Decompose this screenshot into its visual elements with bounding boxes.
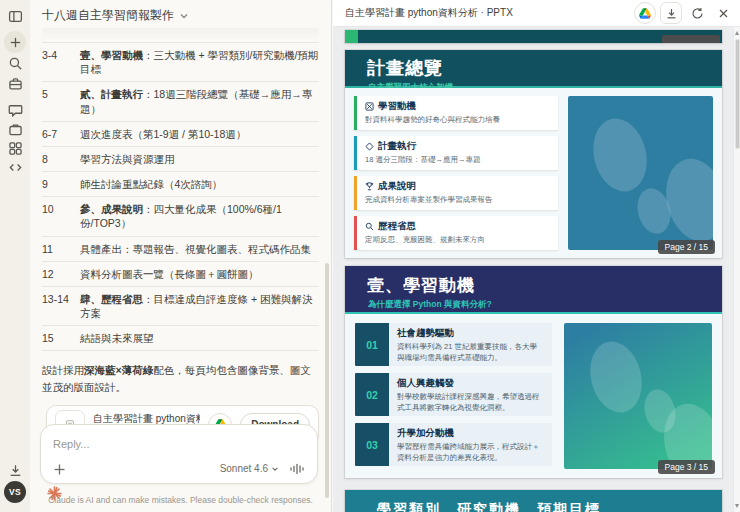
chat-pane: 十八週自主學習簡報製作 3-4壹、學習動機：三大動機 + 學習類別/研究動機/預… bbox=[30, 0, 332, 512]
outline-table: 3-4壹、學習動機：三大動機 + 學習類別/研究動機/預期目標 5貳、計畫執行：… bbox=[42, 42, 319, 351]
table-row: 3-4壹、學習動機：三大動機 + 學習類別/研究動機/預期目標 bbox=[42, 42, 319, 82]
table-row: 11具體產出：專題報告、視覺化圖表、程式碼作品集 bbox=[42, 237, 319, 262]
item-number: 02 bbox=[355, 373, 389, 416]
table-row: 13-14肆、歷程省思：目標達成自評進度條 + 困難與解決方案 bbox=[42, 287, 319, 326]
overview-item: 成果說明 完成資料分析專案並製作學習成果報告 bbox=[354, 176, 558, 210]
diamond-icon bbox=[365, 142, 374, 151]
model-name: Sonnet 4.6 bbox=[220, 463, 268, 474]
slide-title: 計畫總覽 bbox=[367, 56, 722, 80]
table-row: 9師生討論重點紀錄（4次諮詢） bbox=[42, 172, 319, 197]
artifacts-icon[interactable] bbox=[8, 122, 23, 137]
scrollbar-thumb[interactable] bbox=[735, 39, 740, 149]
slide-title: 壹、學習動機 bbox=[367, 274, 722, 297]
app-rail: VS bbox=[0, 0, 30, 512]
chevron-down-icon bbox=[179, 11, 189, 21]
slide-image bbox=[564, 323, 712, 469]
table-row: 10參、成果說明：四大量化成果（100%/6種/1份/TOP3） bbox=[42, 197, 319, 236]
chevron-down-icon bbox=[271, 465, 279, 473]
download-artifact-button[interactable] bbox=[660, 2, 682, 24]
trophy-icon bbox=[365, 182, 374, 191]
slide-preview-area[interactable]: 計畫總覽 自主學習四大核心架構 學習動機 對資料科學趨勢的好奇心與程式能力培養 … bbox=[333, 27, 733, 512]
overview-item: 計畫執行 18 週分三階段：基礎→應用→專題 bbox=[354, 136, 558, 170]
search-icon[interactable] bbox=[8, 56, 23, 71]
reply-composer[interactable]: Sonnet 4.6 bbox=[40, 424, 318, 484]
overview-item: 學習動機 對資料科學趨勢的好奇心與程式能力培養 bbox=[354, 96, 558, 130]
download-icon bbox=[665, 7, 678, 20]
slide-1-partial bbox=[345, 30, 722, 43]
motivation-icon bbox=[365, 102, 374, 111]
slide-title: 學習類別、研究動機、預期目標 bbox=[345, 490, 722, 512]
overview-item: 歷程省思 定期反思、克服困難、規劃未來方向 bbox=[354, 216, 558, 250]
table-row: 6-7週次進度表（第1-9週 / 第10-18週） bbox=[42, 122, 319, 147]
chats-icon[interactable] bbox=[8, 102, 23, 117]
reply-input[interactable] bbox=[53, 438, 305, 450]
model-selector[interactable]: Sonnet 4.6 bbox=[220, 463, 279, 474]
download-tray-icon[interactable] bbox=[8, 463, 23, 478]
ai-disclaimer: Claude is AI and can make mistakes. Plea… bbox=[30, 495, 331, 505]
scrolled-row-fade bbox=[42, 28, 319, 40]
conversation-title-bar[interactable]: 十八週自主學習簡報製作 bbox=[30, 0, 331, 28]
refresh-icon bbox=[691, 7, 704, 20]
page-badge-partial bbox=[662, 35, 720, 43]
table-row: 5貳、計畫執行：18週三階段總覽（基礎→應用→專題） bbox=[42, 82, 319, 121]
slide-overview-header: 計畫總覽 自主學習四大核心架構 bbox=[345, 50, 722, 88]
user-avatar[interactable]: VS bbox=[4, 481, 26, 503]
item-number: 03 bbox=[355, 423, 389, 466]
slide-image bbox=[568, 96, 713, 250]
sidebar-toggle-icon[interactable] bbox=[8, 9, 23, 24]
closing-paragraph: 設計採用深海藍×薄荷綠配色，每頁均包含圖像背景、圖文並茂的版面設計。 bbox=[42, 362, 319, 395]
slide-overview: 計畫總覽 自主學習四大核心架構 學習動機 對資料科學趨勢的好奇心與程式能力培養 … bbox=[345, 50, 722, 258]
motivation-item: 01 社會趨勢驅動資料科學列為 21 世紀最重要技能，各大學與職場均需具備程式基… bbox=[355, 323, 552, 366]
add-attachment-icon[interactable] bbox=[53, 462, 66, 475]
refresh-button[interactable] bbox=[686, 2, 708, 24]
scroll-down-arrow[interactable] bbox=[735, 504, 739, 508]
magnifier-icon bbox=[365, 222, 374, 231]
panel-scrollbar[interactable] bbox=[733, 27, 740, 512]
motivation-item: 02 個人興趣觸發對學校數學統計課程深感興趣，希望透過程式工具將數字轉化為視覺化… bbox=[355, 373, 552, 416]
page-badge: Page 2 / 15 bbox=[658, 240, 715, 254]
artifact-panel: 自主學習計畫 python資料分析 · PPTX 計畫總覽 自主學習四大核心架構 bbox=[333, 0, 740, 512]
artifact-header: 自主學習計畫 python資料分析 · PPTX bbox=[333, 0, 740, 27]
chat-scrollbar[interactable] bbox=[325, 263, 329, 498]
motivation-item: 03 升學加分動機學習歷程需具備跨域能力展示，程式設計＋資料分析是強力的差異化表… bbox=[355, 423, 552, 466]
table-row: 12資料分析圖表一覽（長條圖＋圓餅圖） bbox=[42, 262, 319, 287]
voice-input-icon[interactable] bbox=[289, 463, 305, 475]
table-row: 8學習方法與資源運用 bbox=[42, 147, 319, 172]
table-row: 15結語與未來展望 bbox=[42, 326, 319, 351]
google-drive-icon bbox=[639, 8, 651, 19]
new-chat-button[interactable] bbox=[4, 31, 26, 53]
artifact-title: 自主學習計畫 python資料分析 · PPTX bbox=[345, 6, 630, 20]
code-icon[interactable] bbox=[8, 160, 23, 175]
projects-icon[interactable] bbox=[8, 76, 23, 91]
scroll-up-arrow[interactable] bbox=[735, 31, 739, 35]
slide-motivation-header: 壹、學習動機 為什麼選擇 Python 與資料分析? bbox=[345, 266, 722, 314]
close-icon bbox=[717, 7, 730, 20]
apps-grid-icon[interactable] bbox=[8, 141, 23, 156]
slide-motivation: 壹、學習動機 為什麼選擇 Python 與資料分析? 01 社會趨勢驅動資料科學… bbox=[345, 266, 722, 478]
slide-accent-square bbox=[345, 30, 358, 43]
item-number: 01 bbox=[355, 323, 389, 366]
page-badge: Page 3 / 15 bbox=[658, 460, 715, 474]
save-to-drive-button[interactable] bbox=[634, 2, 656, 24]
slide-subtitle: 為什麼選擇 Python 與資料分析? bbox=[368, 299, 722, 311]
close-panel-button[interactable] bbox=[712, 2, 734, 24]
conversation-title: 十八週自主學習簡報製作 bbox=[42, 7, 174, 24]
slide-4-partial: 學習類別、研究動機、預期目標 bbox=[345, 490, 722, 512]
